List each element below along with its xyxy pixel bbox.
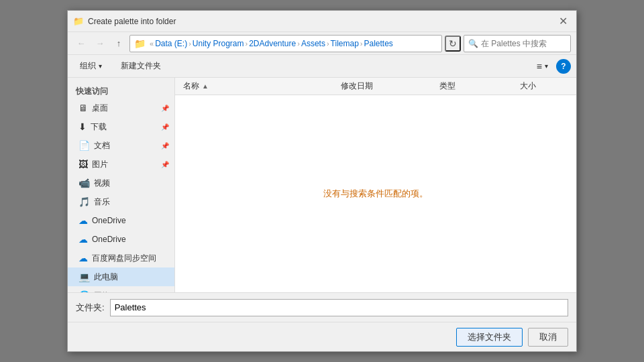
sidebar-label-pictures: 图片 (92, 159, 108, 170)
pictures-icon: 🖼 (78, 159, 88, 170)
search-bar: 🔍 (464, 35, 571, 52)
breadcrumb-item-tilemap[interactable]: Tilemap (331, 39, 359, 48)
title-bar: 📁 Create palette into folder ✕ (68, 11, 576, 32)
quick-access-label: 快速访问 (68, 83, 174, 99)
view-options: ≡ ▾ ? (530, 58, 571, 75)
sidebar-label-music: 音乐 (94, 196, 110, 208)
cancel-button[interactable]: 取消 (528, 328, 568, 347)
breadcrumb[interactable]: 📁 « Data (E:) › Unity Program › 2DAdvent… (129, 35, 442, 52)
dialog-window: 📁 Create palette into folder ✕ ← → ↑ 📁 «… (67, 10, 577, 352)
downloads-icon: ⬇ (78, 121, 87, 132)
folder-icon: 📁 (134, 38, 146, 49)
view-chevron-icon: ▾ (545, 62, 548, 70)
sidebar-item-onedrive2[interactable]: ☁ OneDrive (68, 230, 174, 249)
baidu-icon: ☁ (78, 253, 88, 263)
new-folder-label: 新建文件夹 (121, 60, 161, 72)
music-icon: 🎵 (78, 196, 90, 207)
pin-icon-pictures: 📌 (161, 161, 169, 168)
help-button[interactable]: ? (556, 59, 571, 74)
onedrive2-icon: ☁ (78, 234, 88, 245)
sidebar-label-thispc: 此电脑 (94, 272, 118, 283)
main-area: 快速访问 🖥 桌面 📌 ⬇ 下载 📌 📄 文档 📌 🖼 图片 📌 (68, 78, 576, 292)
breadcrumb-item-palettes[interactable]: Palettes (364, 39, 392, 48)
search-input[interactable] (481, 39, 566, 48)
toolbar: 组织 ▾ 新建文件夹 ≡ ▾ ? (68, 55, 576, 78)
folder-label: 文件夹: (76, 302, 105, 314)
view-button[interactable]: ≡ ▾ (530, 58, 555, 75)
back-button[interactable]: ← (73, 36, 89, 52)
sidebar-item-videos[interactable]: 📹 视频 (68, 174, 174, 192)
sidebar-item-desktop[interactable]: 🖥 桌面 📌 (68, 99, 174, 117)
sidebar-label-onedrive1: OneDrive (92, 216, 126, 225)
sidebar-label-desktop: 桌面 (92, 103, 108, 114)
thispc-icon: 💻 (78, 272, 90, 282)
sidebar-item-documents[interactable]: 📄 文档 📌 (68, 136, 174, 155)
sidebar-item-onedrive1[interactable]: ☁ OneDrive (68, 211, 174, 230)
sidebar-label-documents: 文档 (94, 140, 110, 152)
refresh-button[interactable]: ↻ (445, 36, 461, 52)
file-list: 没有与搜索条件匹配的项。 (175, 95, 576, 292)
pin-icon-downloads: 📌 (161, 123, 169, 131)
sidebar-item-pictures[interactable]: 🖼 图片 📌 (68, 155, 174, 174)
breadcrumb-item-assets[interactable]: Assets (301, 39, 325, 48)
col-name-header[interactable]: 名称 ▲ (175, 80, 335, 92)
col-type-header[interactable]: 类型 (434, 80, 515, 92)
breadcrumb-item-data[interactable]: Data (E:) (155, 39, 187, 48)
onedrive1-icon: ☁ (78, 215, 88, 226)
sidebar-label-baidu: 百度网盘同步空间 (92, 253, 156, 264)
nav-bar: ← → ↑ 📁 « Data (E:) › Unity Program › 2D… (68, 32, 576, 55)
view-icon: ≡ (537, 61, 542, 72)
column-header: 名称 ▲ 修改日期 类型 大小 (175, 78, 576, 95)
search-icon: 🔍 (468, 39, 478, 48)
desktop-icon: 🖥 (78, 103, 88, 113)
select-folder-button[interactable]: 选择文件夹 (456, 328, 523, 347)
sidebar-item-network[interactable]: 🌐 网络 (68, 286, 174, 292)
pin-icon-documents: 📌 (161, 142, 169, 149)
sidebar-label-downloads: 下载 (91, 121, 107, 133)
sidebar-item-baidu[interactable]: ☁ 百度网盘同步空间 (68, 249, 174, 267)
dialog-title: Create palette into folder (88, 17, 555, 26)
action-bar: 选择文件夹 取消 (68, 322, 576, 351)
forward-button[interactable]: → (92, 36, 108, 52)
up-button[interactable]: ↑ (111, 36, 127, 52)
pin-icon-desktop: 📌 (161, 105, 169, 112)
sidebar-item-thispc[interactable]: 💻 此电脑 (68, 267, 174, 286)
sidebar-label-videos: 视频 (94, 178, 110, 189)
documents-icon: 📄 (78, 140, 90, 151)
col-size-header[interactable]: 大小 (515, 80, 576, 92)
dialog-icon: 📁 (73, 16, 84, 27)
new-folder-button[interactable]: 新建文件夹 (114, 58, 168, 75)
sidebar-item-music[interactable]: 🎵 音乐 (68, 192, 174, 211)
organize-label: 组织 (80, 60, 96, 72)
col-date-header[interactable]: 修改日期 (335, 80, 434, 92)
folder-input[interactable] (110, 299, 568, 316)
folder-bar: 文件夹: (68, 292, 576, 322)
content-area: 名称 ▲ 修改日期 类型 大小 没有与搜索条件匹配的项。 (175, 78, 576, 292)
organize-button[interactable]: 组织 ▾ (73, 58, 109, 75)
close-button[interactable]: ✕ (555, 13, 571, 29)
organize-chevron-icon: ▾ (99, 62, 102, 70)
breadcrumb-item-2dadventure[interactable]: 2DAdventure (249, 39, 296, 48)
sidebar-item-downloads[interactable]: ⬇ 下载 📌 (68, 117, 174, 136)
sidebar-label-onedrive2: OneDrive (92, 235, 126, 244)
sidebar: 快速访问 🖥 桌面 📌 ⬇ 下载 📌 📄 文档 📌 🖼 图片 📌 (68, 78, 175, 292)
sort-arrow-icon: ▲ (202, 82, 209, 90)
videos-icon: 📹 (78, 178, 90, 188)
breadcrumb-item-unity[interactable]: Unity Program (193, 39, 244, 48)
empty-message: 没有与搜索条件匹配的项。 (323, 188, 428, 200)
